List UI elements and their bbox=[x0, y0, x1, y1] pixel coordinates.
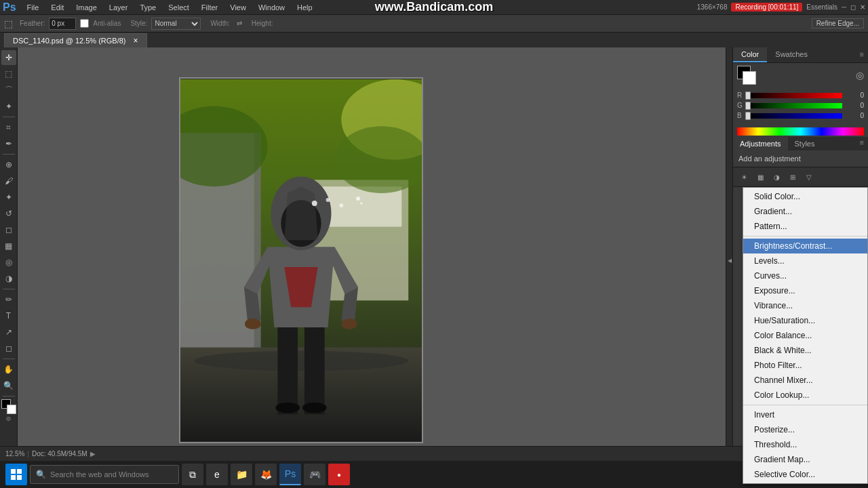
taskbar-photoshop[interactable]: Ps bbox=[279, 464, 301, 485]
brush-tool[interactable]: 🖌 bbox=[1, 174, 16, 188]
shape-tool[interactable]: ◻ bbox=[1, 341, 16, 356]
dropdown-color-lookup[interactable]: Color Lookup... bbox=[743, 388, 867, 403]
document-tab[interactable]: DSC_1140.psd @ 12.5% (RGB/8) × bbox=[4, 33, 147, 47]
brightness-icon[interactable]: ☀ bbox=[737, 170, 751, 184]
menu-window[interactable]: Window bbox=[253, 2, 290, 13]
panel-collapse-btn[interactable]: ◀ bbox=[726, 47, 732, 473]
restore-btn[interactable]: ◻ bbox=[850, 3, 856, 11]
green-slider[interactable] bbox=[748, 103, 842, 108]
anti-alias-checkbox[interactable] bbox=[80, 19, 89, 28]
curves-icon[interactable]: ◑ bbox=[770, 170, 783, 184]
dropdown-solid-color[interactable]: Solid Color... bbox=[743, 189, 867, 204]
start-button[interactable] bbox=[5, 464, 27, 485]
magic-wand-tool[interactable]: ✦ bbox=[1, 99, 16, 114]
menu-view[interactable]: View bbox=[224, 2, 252, 13]
canvas-image bbox=[180, 79, 422, 442]
menu-help[interactable]: Help bbox=[292, 2, 318, 13]
svg-point-21 bbox=[356, 197, 360, 201]
style-label: Style: bbox=[130, 20, 147, 27]
resolution-display: 1366×768 bbox=[697, 3, 728, 11]
taskbar-firefox[interactable]: 🦊 bbox=[255, 464, 277, 485]
color-swatches[interactable] bbox=[1, 399, 16, 414]
marquee-tool-icon: ⬚ bbox=[4, 18, 13, 29]
menu-select[interactable]: Select bbox=[163, 2, 195, 13]
feather-input[interactable] bbox=[49, 18, 76, 30]
dropdown-levels[interactable]: Levels... bbox=[743, 253, 867, 268]
refine-edge-button[interactable]: Refine Edge... bbox=[812, 18, 864, 28]
dropdown-pattern[interactable]: Pattern... bbox=[743, 219, 867, 234]
menu-filter[interactable]: Filter bbox=[196, 2, 223, 13]
eyedropper-tool[interactable]: ✒ bbox=[1, 136, 16, 151]
minimize-btn[interactable]: ─ bbox=[842, 3, 846, 11]
menu-edit[interactable]: Edit bbox=[45, 2, 69, 13]
taskbar-edge[interactable]: e bbox=[206, 464, 228, 485]
dropdown-channel-mixer[interactable]: Channel Mixer... bbox=[743, 373, 867, 388]
clone-stamp-tool[interactable]: ✦ bbox=[1, 190, 16, 205]
dropdown-curves[interactable]: Curves... bbox=[743, 268, 867, 283]
watermark: www.Bandicam.com bbox=[375, 0, 493, 14]
path-selection-tool[interactable]: ↗ bbox=[1, 325, 16, 340]
menu-file[interactable]: File bbox=[22, 2, 45, 13]
crop-tool[interactable]: ⌗ bbox=[1, 120, 16, 135]
dropdown-brightness-contrast[interactable]: Brightness/Contrast... bbox=[743, 239, 867, 253]
quick-mask-icon[interactable]: ◎ bbox=[856, 70, 864, 81]
red-slider[interactable] bbox=[748, 93, 842, 98]
pen-tool[interactable]: ✏ bbox=[1, 292, 16, 307]
close-btn[interactable]: ✕ bbox=[860, 3, 865, 11]
adjustments-tab[interactable]: Adjustments bbox=[733, 137, 788, 150]
history-brush-tool[interactable]: ↺ bbox=[1, 206, 16, 221]
recording-badge: Recording [00:01:11] bbox=[731, 3, 802, 12]
dropdown-color-balance[interactable]: Color Balance... bbox=[743, 328, 867, 343]
dropdown-gradient-map[interactable]: Gradient Map... bbox=[743, 452, 867, 467]
dropdown-black-white[interactable]: Black & White... bbox=[743, 343, 867, 358]
healing-brush-tool[interactable]: ⊕ bbox=[1, 157, 16, 172]
taskbar-game-app[interactable]: 🎮 bbox=[304, 464, 326, 485]
color-spectrum[interactable] bbox=[737, 127, 864, 136]
windows-icon bbox=[11, 469, 22, 480]
color-panel-menu-btn[interactable]: ≡ bbox=[856, 47, 868, 62]
blue-slider[interactable] bbox=[748, 113, 842, 119]
style-select[interactable]: Normal Fixed Ratio Fixed Size bbox=[151, 18, 201, 30]
taskbar-record-btn[interactable]: ● bbox=[328, 464, 350, 485]
dropdown-photo-filter[interactable]: Photo Filter... bbox=[743, 358, 867, 373]
dropdown-hue-saturation[interactable]: Hue/Saturation... bbox=[743, 313, 867, 328]
exposure-icon[interactable]: ⊞ bbox=[786, 170, 800, 184]
swap-icon[interactable]: ⇄ bbox=[237, 20, 242, 27]
swatches-tab[interactable]: Swatches bbox=[767, 47, 816, 62]
hand-tool[interactable]: ✋ bbox=[1, 362, 16, 377]
dropdown-gradient[interactable]: Gradient... bbox=[743, 204, 867, 219]
dropdown-threshold[interactable]: Threshold... bbox=[743, 437, 867, 452]
gradient-tool[interactable]: ▦ bbox=[1, 239, 16, 253]
doc-info-arrow[interactable]: ▶ bbox=[90, 450, 96, 458]
status-bar: 12.5% | Doc: 40.5M/94.5M ▶ 🔗 ↺ bbox=[0, 446, 868, 461]
quick-mask-btn[interactable]: ◎ bbox=[6, 415, 11, 422]
dropdown-posterize[interactable]: Posterize... bbox=[743, 422, 867, 437]
move-tool[interactable]: ✛ bbox=[1, 50, 16, 65]
filter-icon[interactable]: ▽ bbox=[802, 170, 816, 184]
color-panel-tabs: Color Swatches ≡ bbox=[733, 47, 868, 63]
text-tool[interactable]: T bbox=[1, 308, 16, 323]
blur-tool[interactable]: ◎ bbox=[1, 255, 16, 270]
adj-panel-menu-btn[interactable]: ≡ bbox=[856, 137, 868, 150]
taskbar-search-bar[interactable]: 🔍 Search the web and Windows bbox=[30, 465, 179, 484]
menu-layer[interactable]: Layer bbox=[104, 2, 134, 13]
menu-type[interactable]: Type bbox=[134, 2, 161, 13]
taskbar: 🔍 Search the web and Windows ⧉ e 📁 🦊 Ps … bbox=[0, 461, 868, 488]
eraser-tool[interactable]: ◻ bbox=[1, 222, 16, 237]
dropdown-exposure[interactable]: Exposure... bbox=[743, 283, 867, 298]
levels-icon[interactable]: ▦ bbox=[753, 170, 767, 184]
color-tab[interactable]: Color bbox=[733, 47, 767, 62]
tab-close-btn[interactable]: × bbox=[134, 36, 138, 45]
dropdown-selective-color[interactable]: Selective Color... bbox=[743, 467, 867, 482]
styles-tab[interactable]: Styles bbox=[788, 137, 822, 150]
taskbar-explorer[interactable]: 📁 bbox=[231, 464, 252, 485]
zoom-tool[interactable]: 🔍 bbox=[1, 378, 16, 393]
menu-image[interactable]: Image bbox=[71, 2, 102, 13]
marquee-tool[interactable]: ⬚ bbox=[1, 66, 16, 81]
dodge-tool[interactable]: ◑ bbox=[1, 271, 16, 286]
dropdown-vibrance[interactable]: Vibrance... bbox=[743, 298, 867, 313]
dropdown-invert[interactable]: Invert bbox=[743, 407, 867, 422]
fg-bg-colors[interactable] bbox=[737, 66, 756, 85]
lasso-tool[interactable]: ⌒ bbox=[1, 83, 16, 98]
taskbar-task-view[interactable]: ⧉ bbox=[182, 464, 203, 485]
